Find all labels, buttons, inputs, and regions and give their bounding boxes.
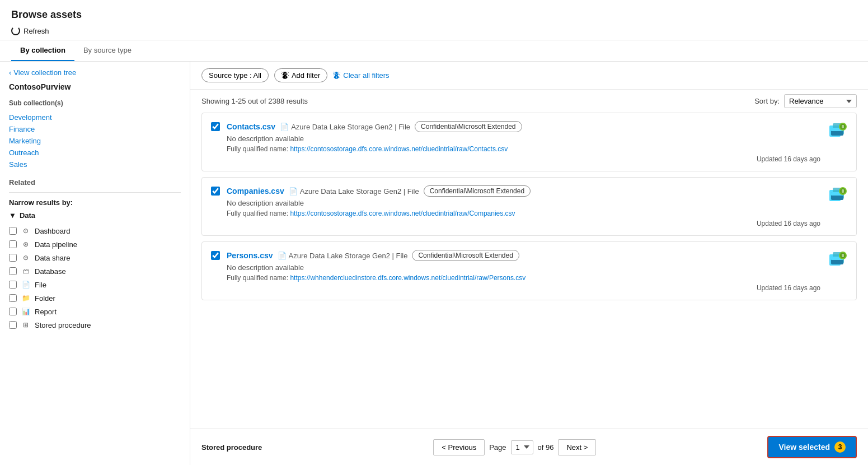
asset-updated-persons: Updated 16 days ago [227,284,820,292]
asset-checkbox-input-persons[interactable] [211,251,220,260]
asset-body-contacts: Contacts.csv 📄 Azure Data Lake Storage G… [227,121,820,163]
asset-name-contacts[interactable]: Contacts.csv [227,122,275,131]
asset-fqn-contacts: Fully qualified name: https://contososto… [227,145,820,153]
asset-type-persons: 📄 Azure Data Lake Storage Gen2 | File [278,252,408,260]
asset-type-companies: 📄 Azure Data Lake Storage Gen2 | File [289,187,419,196]
asset-tag-persons: Confidential\Microsoft Extended [412,250,519,261]
pagination-center: < Previous Page 1 2 3 of 96 Next > [433,439,596,455]
clear-filters-button[interactable]: ⛇ Clear all filters [333,71,389,80]
filters-bar: Source type : All ⛇ Add filter ⛇ Clear a… [190,62,868,90]
asset-type-contacts: 📄 Azure Data Lake Storage Gen2 | File [280,123,410,131]
asset-checkbox-companies[interactable] [211,187,220,197]
filter-checkbox-database[interactable] [9,267,17,275]
filter-checkbox-file[interactable] [9,281,17,289]
view-selected-button[interactable]: View selected 3 [767,436,857,458]
asset-checkbox-persons[interactable] [211,251,220,262]
data-share-icon: ⊝ [21,253,30,262]
asset-icon-contacts [827,121,847,141]
filter-item-data-share: ⊝ Data share [9,251,181,264]
report-icon: 📊 [21,307,30,316]
source-type-filter-pill[interactable]: Source type : All [201,68,269,82]
file-icon-companies: 📄 [289,187,298,196]
view-collection-label: View collection tree [13,68,76,77]
sort-control: Sort by: Relevance Name Updated [754,94,857,108]
results-summary: Showing 1-25 out of 2388 results [201,97,308,105]
asset-icon-persons [827,250,847,270]
sort-by-label: Sort by: [754,97,780,105]
file-icon-persons: 📄 [278,252,287,260]
folder-icon: 📁 [21,294,30,303]
asset-title-row-contacts: Contacts.csv 📄 Azure Data Lake Storage G… [227,121,820,132]
clear-filters-label: Clear all filters [343,71,389,80]
asset-checkbox-input-contacts[interactable] [211,122,220,131]
asset-card-companies: Companies.csv 📄 Azure Data Lake Storage … [201,177,857,236]
stored-procedure-icon: ⊞ [21,320,30,329]
sidebar-item-outreach[interactable]: Outreach [9,147,181,159]
filter-item-report: 📊 Report [9,305,181,318]
view-collection-tree-link[interactable]: ‹ View collection tree [9,68,181,77]
pagination-left: Stored procedure [201,443,262,452]
svg-rect-13 [842,189,844,193]
asset-card-persons: Persons.csv 📄 Azure Data Lake Storage Ge… [201,241,857,300]
previous-button[interactable]: < Previous [433,439,485,455]
page-select[interactable]: 1 2 3 [511,440,533,454]
filter-checkbox-data-pipeline[interactable] [9,240,17,248]
asset-fqn-persons: Fully qualified name: https://whhendercl… [227,274,820,282]
filter-checkbox-report[interactable] [9,308,17,315]
filter-label-report: Report [35,308,57,316]
content-area: Source type : All ⛇ Add filter ⛇ Clear a… [190,62,868,465]
file-icon: 📄 [21,280,30,289]
page-header: Browse assets Refresh [0,0,868,40]
sidebar-item-finance[interactable]: Finance [9,123,181,135]
filter-item-dashboard: ⊙ Dashboard [9,224,181,238]
funnel-icon: ⛇ [281,71,289,80]
refresh-label: Refresh [24,27,49,35]
tab-by-source-type[interactable]: By source type [74,40,140,61]
asset-card-contacts: Contacts.csv 📄 Azure Data Lake Storage G… [201,113,857,171]
results-header: Showing 1-25 out of 2388 results Sort by… [190,90,868,113]
filter-label-file: File [35,281,46,289]
asset-checkbox-input-companies[interactable] [211,187,220,196]
asset-tag-companies: Confidential\Microsoft Extended [424,185,531,197]
view-selected-label: View selected [778,443,830,452]
asset-name-companies[interactable]: Companies.csv [227,187,284,196]
assets-list: Contacts.csv 📄 Azure Data Lake Storage G… [190,113,868,429]
divider [9,192,181,193]
filter-checkbox-dashboard[interactable] [9,227,17,235]
clear-icon: ⛇ [333,71,340,80]
sub-collections-label: Sub collection(s) [9,99,181,107]
page-label: Page [489,443,506,452]
asset-checkbox-contacts[interactable] [211,122,220,133]
filter-checkbox-folder[interactable] [9,294,17,302]
asset-title-row-persons: Persons.csv 📄 Azure Data Lake Storage Ge… [227,250,820,261]
data-section-header[interactable]: ▼ Data [9,211,181,220]
filter-checkbox-data-share[interactable] [9,254,17,262]
asset-fqn-companies: Fully qualified name: https://contososto… [227,210,820,217]
filter-item-stored-procedure: ⊞ Stored procedure [9,318,181,332]
chevron-down-icon: ▼ [9,211,16,220]
tab-by-collection[interactable]: By collection [11,40,74,61]
filter-label-folder: Folder [35,294,55,303]
asset-icon-companies [827,185,847,206]
refresh-icon [11,26,20,35]
asset-desc-persons: No description available [227,263,820,272]
main-tabs: By collection By source type [0,40,868,62]
sort-select[interactable]: Relevance Name Updated [784,94,857,108]
sidebar-item-sales[interactable]: Sales [9,159,181,170]
asset-name-persons[interactable]: Persons.csv [227,251,273,260]
sidebar-item-development[interactable]: Development [9,111,181,123]
stored-proc-label: Stored procedure [201,443,262,452]
sidebar-item-marketing[interactable]: Marketing [9,135,181,147]
dashboard-icon: ⊙ [21,226,30,235]
filter-label-data-pipeline: Data pipeline [35,240,77,249]
add-filter-button[interactable]: ⛇ Add filter [274,68,327,82]
narrow-results-label: Narrow results by: [9,198,181,207]
svg-rect-6 [842,125,844,128]
next-button[interactable]: Next > [558,439,596,455]
refresh-button[interactable]: Refresh [11,26,49,35]
filter-item-file: 📄 File [9,278,181,291]
filter-label-database: Database [35,267,66,276]
filter-checkbox-stored-procedure[interactable] [9,321,17,329]
main-layout: ‹ View collection tree ContosoPurview Su… [0,62,868,465]
database-icon: 🗃 [21,267,30,276]
